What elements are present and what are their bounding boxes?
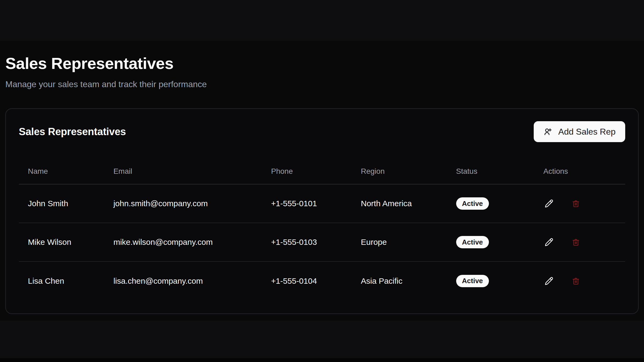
table-row: John Smith john.smith@company.com +1-555… — [19, 184, 625, 223]
row-actions — [543, 275, 625, 287]
trash-icon — [572, 277, 580, 285]
rep-name: Mike Wilson — [19, 223, 104, 261]
pencil-icon — [545, 277, 553, 285]
edit-button[interactable] — [543, 237, 555, 248]
table-header-row: Name Email Phone Region Status Actions — [19, 159, 625, 184]
column-header-email: Email — [104, 159, 262, 184]
status-badge: Active — [456, 236, 489, 248]
user-plus-icon — [543, 127, 552, 136]
card-title: Sales Representatives — [19, 126, 126, 138]
rep-region: Europe — [352, 223, 447, 261]
edit-button[interactable] — [543, 198, 555, 209]
rep-email: john.smith@company.com — [104, 184, 262, 223]
page-title: Sales Representatives — [5, 55, 639, 72]
trash-icon — [572, 199, 580, 208]
rep-region: Asia Pacific — [352, 261, 447, 300]
delete-button[interactable] — [570, 237, 581, 248]
column-header-phone: Phone — [262, 159, 352, 184]
pencil-icon — [545, 238, 553, 246]
sales-reps-table: Name Email Phone Region Status Actions J… — [19, 159, 625, 300]
add-sales-rep-button[interactable]: Add Sales Rep — [534, 121, 625, 142]
rep-name: Lisa Chen — [19, 261, 104, 300]
delete-button[interactable] — [570, 198, 581, 209]
sales-reps-card: Sales Representatives Add Sales Rep — [5, 108, 639, 314]
status-badge: Active — [456, 275, 489, 287]
rep-region: North America — [352, 184, 447, 223]
rep-email: mike.wilson@company.com — [104, 223, 262, 261]
trash-icon — [572, 238, 580, 246]
main-content: Sales Representatives Manage your sales … — [0, 0, 644, 314]
card-header: Sales Representatives Add Sales Rep — [19, 109, 625, 142]
rep-phone: +1-555-0103 — [262, 223, 352, 261]
rep-name: John Smith — [19, 184, 104, 223]
rep-email: lisa.chen@company.com — [104, 261, 262, 300]
row-actions — [543, 237, 625, 248]
page-subtitle: Manage your sales team and track their p… — [5, 80, 639, 88]
footer-band — [0, 321, 644, 362]
pencil-icon — [545, 199, 553, 208]
status-badge: Active — [456, 197, 489, 210]
delete-button[interactable] — [570, 275, 581, 287]
column-header-region: Region — [352, 159, 447, 184]
edit-button[interactable] — [543, 275, 555, 287]
rep-phone: +1-555-0104 — [262, 261, 352, 300]
rep-phone: +1-555-0101 — [262, 184, 352, 223]
table-row: Lisa Chen lisa.chen@company.com +1-555-0… — [19, 261, 625, 300]
row-actions — [543, 198, 625, 209]
add-sales-rep-label: Add Sales Rep — [558, 127, 616, 137]
table-row: Mike Wilson mike.wilson@company.com +1-5… — [19, 223, 625, 261]
column-header-name: Name — [19, 159, 104, 184]
bottom-edge-band — [0, 358, 644, 362]
column-header-status: Status — [447, 159, 534, 184]
column-header-actions: Actions — [534, 159, 625, 184]
